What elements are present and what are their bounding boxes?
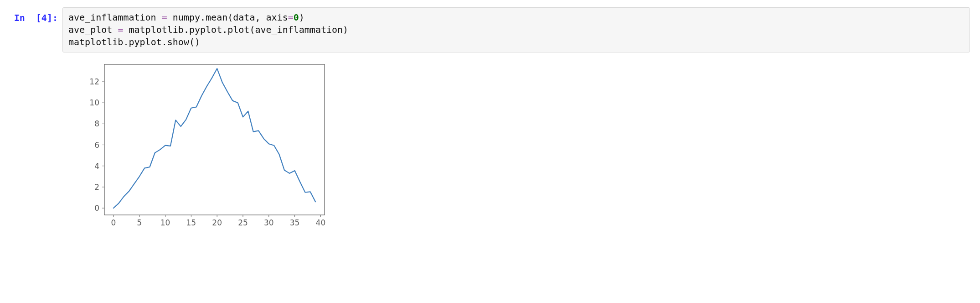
- output-row: . 0510152025303540024681012: [10, 59, 970, 232]
- input-prompt: In [4]:: [10, 7, 62, 24]
- code-token: .: [123, 37, 129, 47]
- x-tick-label: 5: [137, 218, 142, 227]
- x-tick-label: 30: [264, 218, 274, 227]
- code-token: ave_inflammation: [255, 24, 343, 35]
- code-token: ): [343, 24, 348, 35]
- code-token: (: [227, 12, 233, 23]
- code-token: (: [249, 24, 255, 35]
- code-token: ave_inflammation: [68, 12, 162, 23]
- y-tick-label: 12: [89, 77, 99, 86]
- code-token: =: [118, 24, 129, 35]
- y-tick-label: 4: [94, 162, 99, 171]
- code-input-area[interactable]: ave_inflammation = numpy.mean(data, axis…: [62, 7, 970, 52]
- code-token: .: [200, 12, 206, 23]
- code-token: =: [162, 12, 173, 23]
- x-tick-label: 20: [212, 218, 222, 227]
- x-tick-label: 0: [111, 218, 116, 227]
- y-tick-label: 0: [94, 204, 99, 213]
- x-tick-label: 10: [160, 218, 170, 227]
- output-prompt-spacer: .: [10, 59, 62, 232]
- code-block[interactable]: ave_inflammation = numpy.mean(data, axis…: [68, 11, 964, 48]
- code-token: matplotlib: [129, 24, 183, 35]
- code-token: data: [233, 12, 255, 23]
- prompt-lbracket: [: [31, 12, 41, 23]
- y-tick-label: 6: [94, 141, 99, 150]
- code-token: .: [162, 37, 167, 47]
- x-tick-label: 25: [238, 218, 248, 227]
- prompt-label: In: [14, 12, 25, 23]
- y-tick-label: 8: [94, 119, 99, 128]
- y-tick-label: 10: [89, 98, 99, 107]
- x-tick-label: 40: [316, 218, 326, 227]
- code-token: plot: [227, 24, 249, 35]
- code-token: (: [189, 37, 195, 47]
- code-token: pyplot: [129, 37, 161, 47]
- code-token: ave_plot: [68, 24, 118, 35]
- code-token: matplotlib: [68, 37, 123, 47]
- code-token: =: [288, 12, 294, 23]
- y-tick-label: 2: [94, 183, 99, 192]
- code-token: .: [184, 24, 189, 35]
- code-token: ,: [255, 12, 266, 23]
- prompt-number: 4: [41, 12, 47, 23]
- code-token: show: [167, 37, 189, 47]
- code-token: numpy: [173, 12, 200, 23]
- plot-frame: [104, 64, 325, 215]
- line-chart: 0510152025303540024681012: [76, 59, 334, 232]
- x-tick-label: 35: [290, 218, 300, 227]
- code-token: .: [222, 24, 227, 35]
- code-cell: In [4]: ave_inflammation = numpy.mean(da…: [10, 7, 970, 52]
- code-token: pyplot: [189, 24, 222, 35]
- code-token: 0: [294, 12, 299, 23]
- plot-output: 0510152025303540024681012: [62, 59, 334, 232]
- code-token: ): [299, 12, 304, 23]
- code-token: ): [195, 37, 200, 47]
- prompt-rbracket: ]: [47, 12, 52, 23]
- series-line: [113, 68, 315, 208]
- code-token: axis: [266, 12, 288, 23]
- prompt-colon: :: [52, 12, 58, 23]
- x-tick-label: 15: [186, 218, 196, 227]
- code-token: mean: [206, 12, 227, 23]
